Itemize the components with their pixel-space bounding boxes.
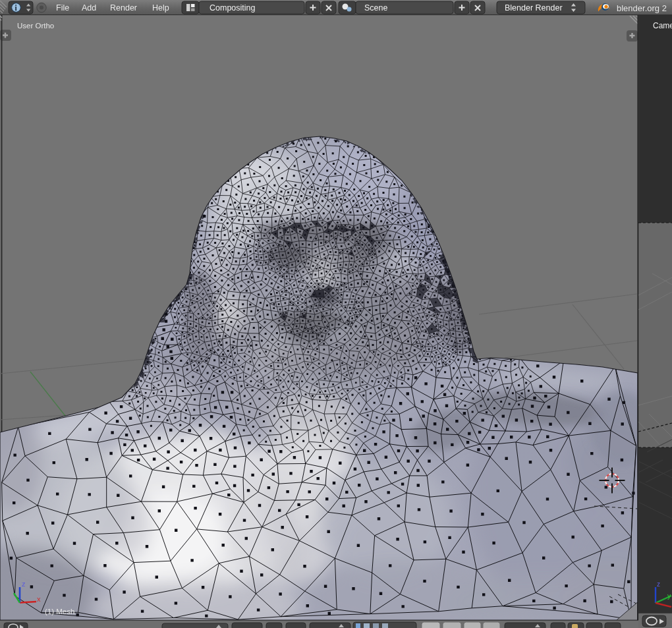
svg-text:User Ortho: User Ortho bbox=[17, 22, 54, 30]
svg-text:Compositing: Compositing bbox=[210, 3, 256, 13]
svg-text:Render: Render bbox=[110, 3, 137, 13]
svg-text:y: y bbox=[667, 592, 671, 600]
svg-text:Blender Render: Blender Render bbox=[505, 3, 563, 13]
svg-text:blender.org 2: blender.org 2 bbox=[617, 3, 667, 13]
svg-text:File: File bbox=[56, 3, 69, 13]
svg-text:Scene: Scene bbox=[364, 3, 387, 13]
svg-text:Add: Add bbox=[82, 3, 96, 13]
svg-text:(1) Mesh: (1) Mesh bbox=[45, 608, 74, 615]
svg-text:z: z bbox=[22, 580, 26, 588]
svg-text:Came: Came bbox=[653, 21, 672, 30]
svg-text:x: x bbox=[37, 595, 41, 603]
svg-text:z: z bbox=[657, 581, 660, 588]
svg-text:Help: Help bbox=[152, 3, 169, 13]
